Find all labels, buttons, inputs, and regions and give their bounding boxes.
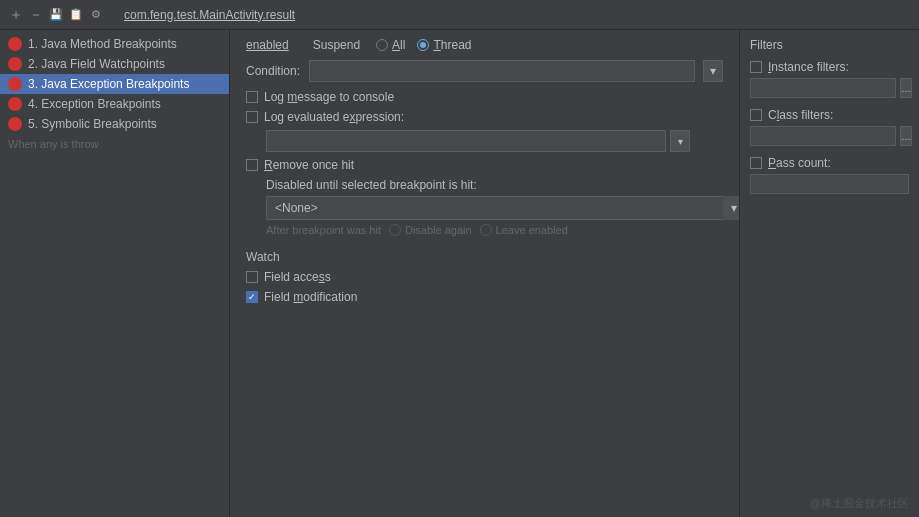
radio-disable-again[interactable]: Disable again	[389, 224, 472, 236]
field-access-checkbox[interactable]	[246, 271, 258, 283]
none-option-label: <None>	[267, 201, 723, 215]
none-dropdown[interactable]: <None> ▾	[266, 196, 739, 220]
condition-row: Condition: ▾	[246, 60, 723, 82]
breakpoint-icon-3	[8, 77, 22, 91]
class-filter-input[interactable]	[750, 126, 896, 146]
breakpoint-icon-5	[8, 117, 22, 131]
disabled-until-label: Disabled until selected breakpoint is hi…	[266, 178, 723, 192]
instance-checkbox[interactable]	[750, 61, 762, 73]
when-any-label: When any is throw	[0, 134, 229, 154]
log-expression-checkbox[interactable]	[246, 111, 258, 123]
instance-filter-row: Instance filters: …	[750, 60, 909, 98]
after-breakpoint-label: After breakpoint was hit	[266, 224, 381, 236]
remove-once-checkbox[interactable]	[246, 159, 258, 171]
instance-filter-btn[interactable]: …	[900, 78, 912, 98]
instance-checkbox-row: Instance filters:	[750, 60, 909, 74]
sidebar-item-5[interactable]: 5. Symbolic Breakpoints	[0, 114, 229, 134]
radio-thread-label: Thread	[433, 38, 471, 52]
sidebar: 1. Java Method Breakpoints 2. Java Field…	[0, 30, 230, 517]
condition-input[interactable]	[309, 60, 695, 82]
remove-once-checkbox-row[interactable]: Remove once hit	[246, 158, 723, 172]
watch-section-label: Watch	[246, 250, 723, 264]
radio-all[interactable]: All	[376, 38, 405, 52]
condition-dropdown-trigger[interactable]: ▾	[703, 60, 723, 82]
copy-icon[interactable]: 📋	[68, 7, 84, 23]
sidebar-label-3: 3. Java Exception Breakpoints	[28, 77, 189, 91]
main-layout: 1. Java Method Breakpoints 2. Java Field…	[0, 30, 919, 517]
enabled-label: enabled	[246, 38, 289, 52]
class-filter-btn[interactable]: …	[900, 126, 912, 146]
radio-leave-enabled-circle	[480, 224, 492, 236]
class-checkbox-row: Class filters:	[750, 108, 909, 122]
class-filter-row: Class filters: …	[750, 108, 909, 146]
field-modification-label: Field modification	[264, 290, 357, 304]
log-message-checkbox[interactable]	[246, 91, 258, 103]
sidebar-item-3[interactable]: 3. Java Exception Breakpoints	[0, 74, 229, 94]
sidebar-item-1[interactable]: 1. Java Method Breakpoints	[0, 34, 229, 54]
radio-all-label: All	[392, 38, 405, 52]
instance-filter-input[interactable]	[750, 78, 896, 98]
class-checkbox[interactable]	[750, 109, 762, 121]
toolbar: ＋ － 💾 📋 ⚙ com.feng.test.MainActivity.res…	[0, 0, 919, 30]
content-area: enabled Suspend All Thread Condition: ▾	[230, 30, 739, 517]
pass-count-input-row	[750, 174, 909, 194]
radio-disable-again-circle	[389, 224, 401, 236]
log-message-checkbox-row[interactable]: Log message to console	[246, 90, 723, 104]
pass-count-checkbox[interactable]	[750, 157, 762, 169]
sidebar-item-4[interactable]: 4. Exception Breakpoints	[0, 94, 229, 114]
pass-count-row: Pass count:	[750, 156, 909, 194]
sidebar-item-2[interactable]: 2. Java Field Watchpoints	[0, 54, 229, 74]
sidebar-label-4: 4. Exception Breakpoints	[28, 97, 161, 111]
remove-icon[interactable]: －	[28, 7, 44, 23]
add-icon[interactable]: ＋	[8, 7, 24, 23]
pass-count-input[interactable]	[750, 174, 909, 194]
log-expression-dropdown[interactable]: ▾	[670, 130, 690, 152]
leave-enabled-label: Leave enabled	[496, 224, 568, 236]
disable-again-label: Disable again	[405, 224, 472, 236]
remove-once-label: Remove once hit	[264, 158, 354, 172]
suspend-radio-group: All Thread	[376, 38, 471, 52]
breakpoint-icon-2	[8, 57, 22, 71]
condition-label: Condition:	[246, 64, 301, 78]
radio-all-circle	[376, 39, 388, 51]
after-breakpoint-row: After breakpoint was hit Disable again L…	[266, 224, 723, 236]
class-filter-label: Class filters:	[768, 108, 833, 122]
log-expression-label: Log evaluated expression:	[264, 110, 404, 124]
breakpoint-icon-1	[8, 37, 22, 51]
filters-panel: Filters Instance filters: … Class filter…	[739, 30, 919, 517]
radio-thread[interactable]: Thread	[417, 38, 471, 52]
instance-input-row: …	[750, 78, 909, 98]
class-input-row: …	[750, 126, 909, 146]
log-expression-input[interactable]	[266, 130, 666, 152]
suspend-label: Suspend	[313, 38, 360, 52]
enabled-suspend-row: enabled Suspend All Thread	[246, 38, 723, 52]
save-icon[interactable]: 💾	[48, 7, 64, 23]
log-expression-checkbox-row[interactable]: Log evaluated expression:	[246, 110, 723, 124]
toolbar-title: com.feng.test.MainActivity.result	[124, 8, 295, 22]
breakpoint-icon-4	[8, 97, 22, 111]
none-dropdown-arrow[interactable]: ▾	[723, 196, 739, 220]
log-expression-input-row: ▾	[266, 130, 723, 152]
log-message-label: Log message to console	[264, 90, 394, 104]
filters-title: Filters	[750, 38, 909, 52]
watermark: @稀土掘金技术社区	[810, 496, 909, 511]
pass-count-checkbox-row: Pass count:	[750, 156, 909, 170]
sidebar-label-5: 5. Symbolic Breakpoints	[28, 117, 157, 131]
field-access-checkbox-row[interactable]: Field access	[246, 270, 723, 284]
field-access-label: Field access	[264, 270, 331, 284]
sidebar-label-2: 2. Java Field Watchpoints	[28, 57, 165, 71]
field-modification-checkbox-row[interactable]: Field modification	[246, 290, 723, 304]
sidebar-label-1: 1. Java Method Breakpoints	[28, 37, 177, 51]
pass-count-label: Pass count:	[768, 156, 831, 170]
field-modification-checkbox[interactable]	[246, 291, 258, 303]
settings-icon[interactable]: ⚙	[88, 7, 104, 23]
radio-leave-enabled[interactable]: Leave enabled	[480, 224, 568, 236]
instance-filter-label: Instance filters:	[768, 60, 849, 74]
radio-thread-circle	[417, 39, 429, 51]
